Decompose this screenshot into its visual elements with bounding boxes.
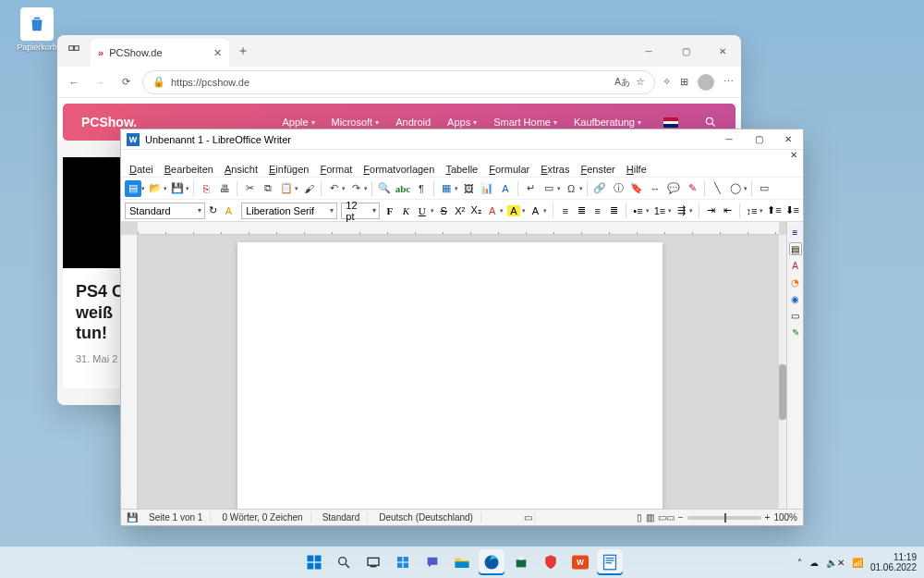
shapes-icon[interactable]: ◯ bbox=[727, 180, 744, 197]
page-break-icon[interactable]: ↵ bbox=[522, 180, 539, 197]
highlight-button[interactable]: A bbox=[507, 205, 519, 216]
edge-menu-button[interactable]: ⋯ bbox=[723, 76, 734, 88]
onedrive-icon[interactable]: ☁ bbox=[809, 558, 819, 568]
paste-icon[interactable]: 📋 bbox=[278, 180, 295, 197]
insert-field-icon[interactable]: ▭ bbox=[541, 180, 557, 197]
font-size-select[interactable]: 12 pt bbox=[341, 203, 380, 219]
edge-tab-actions-icon[interactable] bbox=[61, 38, 87, 64]
insert-image-icon[interactable]: 🖼 bbox=[460, 180, 477, 197]
undo-icon[interactable]: ↶ bbox=[325, 180, 342, 197]
new-dropdown[interactable]: ▾ bbox=[141, 185, 145, 192]
zoom-in-button[interactable]: + bbox=[765, 512, 771, 523]
back-button[interactable]: ← bbox=[65, 77, 83, 88]
status-lang[interactable]: Deutsch (Deutschland) bbox=[371, 512, 481, 523]
number-dropdown[interactable]: ▾ bbox=[668, 207, 672, 215]
view-book-icon[interactable]: ▭▭ bbox=[658, 512, 675, 523]
save-dropdown[interactable]: ▾ bbox=[186, 185, 189, 192]
menu-format[interactable]: Format bbox=[315, 164, 357, 175]
highlight-dropdown[interactable]: ▾ bbox=[522, 207, 526, 215]
sidebar-gallery-icon[interactable]: ◔ bbox=[789, 276, 802, 289]
chat-button[interactable] bbox=[419, 549, 445, 575]
tray-overflow-icon[interactable]: ˄ bbox=[797, 558, 802, 568]
insert-textbox-icon[interactable]: A bbox=[497, 180, 514, 197]
view-single-page-icon[interactable]: ▯ bbox=[637, 512, 642, 523]
widgets-button[interactable] bbox=[390, 549, 416, 575]
underline-button[interactable]: U bbox=[416, 205, 428, 216]
edge-maximize-button[interactable]: ▢ bbox=[667, 35, 704, 67]
indent-dec-button[interactable]: ⇤ bbox=[721, 204, 733, 216]
file-explorer-button[interactable] bbox=[449, 549, 475, 575]
menu-formatvorlagen[interactable]: Formatvorlagen bbox=[359, 164, 439, 175]
search-icon[interactable] bbox=[704, 116, 717, 129]
redo-icon[interactable]: ↷ bbox=[347, 180, 364, 197]
bullet-list-button[interactable]: •≡ bbox=[632, 205, 644, 216]
language-flag-icon[interactable] bbox=[663, 117, 678, 128]
scrollbar-thumb[interactable] bbox=[779, 364, 786, 420]
insert-chart-icon[interactable]: 📊 bbox=[479, 180, 495, 197]
nav-apps[interactable]: Apps▾ bbox=[447, 117, 477, 128]
zoom-value[interactable]: 100% bbox=[773, 512, 797, 523]
sidebar-styles-icon[interactable]: A bbox=[789, 259, 802, 272]
network-icon[interactable]: 📶 bbox=[852, 558, 863, 568]
menu-hilfe[interactable]: Hilfe bbox=[622, 164, 651, 175]
zoom-slider[interactable] bbox=[687, 516, 761, 520]
comment-icon[interactable]: 💬 bbox=[665, 180, 682, 197]
sidebar-inspect-icon[interactable]: ✎ bbox=[789, 326, 802, 338]
status-style[interactable]: Standard bbox=[315, 512, 369, 523]
menu-fenster[interactable]: Fenster bbox=[576, 164, 619, 175]
outline-dropdown[interactable]: ▾ bbox=[689, 207, 693, 215]
taskbar-clock[interactable]: 11:19 01.06.2022 bbox=[870, 552, 917, 572]
paragraph-style-select[interactable]: Standard bbox=[125, 203, 205, 219]
special-char-icon[interactable]: Ω bbox=[563, 180, 579, 197]
edge-tab-active[interactable]: » PCShow.de ✕ bbox=[91, 39, 229, 67]
address-bar[interactable]: 🔒 https://pcshow.de Aあ ☆ bbox=[142, 70, 655, 94]
print-icon[interactable]: 🖶 bbox=[216, 180, 233, 197]
strike-button[interactable]: S bbox=[438, 205, 450, 216]
new-document-icon[interactable]: ▤ bbox=[125, 180, 141, 197]
undo-dropdown[interactable]: ▾ bbox=[342, 185, 346, 192]
paste-dropdown[interactable]: ▾ bbox=[295, 185, 298, 192]
vertical-scrollbar[interactable] bbox=[779, 235, 786, 509]
status-page[interactable]: Seite 1 von 1 bbox=[141, 512, 211, 523]
find-replace-icon[interactable]: 🔍 bbox=[376, 180, 393, 197]
desktop-recycle-bin[interactable]: Papierkorb bbox=[11, 7, 63, 52]
favorite-star-icon[interactable]: ☆ bbox=[636, 76, 645, 88]
align-left-button[interactable]: ≡ bbox=[559, 205, 571, 216]
table-dropdown[interactable]: ▾ bbox=[455, 185, 458, 192]
subscript-button[interactable]: X₂ bbox=[469, 204, 481, 216]
cut-icon[interactable]: ✂ bbox=[241, 180, 258, 197]
spacing-dropdown[interactable]: ▾ bbox=[760, 207, 763, 215]
vertical-ruler[interactable] bbox=[121, 235, 138, 509]
menu-extras[interactable]: Extras bbox=[536, 164, 574, 175]
writer-taskbar-button[interactable] bbox=[597, 549, 623, 575]
open-icon[interactable]: 📂 bbox=[147, 180, 164, 197]
nav-android[interactable]: Android bbox=[395, 117, 431, 128]
close-tab-icon[interactable]: ✕ bbox=[213, 47, 222, 59]
bullet-dropdown[interactable]: ▾ bbox=[646, 207, 650, 215]
show-draw-icon[interactable]: ▭ bbox=[756, 180, 772, 197]
menu-bearbeiten[interactable]: Bearbeiten bbox=[160, 164, 218, 175]
start-button[interactable] bbox=[301, 549, 327, 575]
special-char-dropdown[interactable]: ▾ bbox=[579, 185, 583, 192]
sidebar-properties-icon[interactable]: ▤ bbox=[789, 242, 802, 255]
open-dropdown[interactable]: ▾ bbox=[164, 185, 167, 192]
new-style-icon[interactable]: A bbox=[225, 205, 237, 216]
profile-avatar[interactable] bbox=[698, 74, 714, 91]
outline-list-button[interactable]: ⇶ bbox=[675, 204, 687, 216]
nav-microsoft[interactable]: Microsoft▾ bbox=[332, 117, 380, 128]
para-space-dec-button[interactable]: ⬇≡ bbox=[785, 204, 799, 216]
search-button[interactable] bbox=[331, 549, 357, 575]
lo-maximize-button[interactable]: ▢ bbox=[744, 129, 773, 150]
para-space-inc-button[interactable]: ⬆≡ bbox=[767, 204, 781, 216]
align-right-button[interactable]: ≡ bbox=[591, 205, 603, 216]
font-name-select[interactable]: Liberation Serif bbox=[241, 203, 337, 219]
underline-dropdown[interactable]: ▾ bbox=[431, 207, 434, 215]
status-save-icon[interactable]: 💾 bbox=[127, 512, 138, 523]
edge-taskbar-button[interactable] bbox=[479, 549, 505, 575]
redo-dropdown[interactable]: ▾ bbox=[364, 185, 368, 192]
cross-ref-icon[interactable]: ↔ bbox=[647, 180, 663, 197]
indent-inc-button[interactable]: ⇥ bbox=[705, 204, 717, 216]
edge-minimize-button[interactable]: ─ bbox=[630, 35, 667, 67]
bookmark-icon[interactable]: 🔖 bbox=[628, 180, 645, 197]
pcshow-logo[interactable]: PCShow. bbox=[81, 115, 137, 129]
